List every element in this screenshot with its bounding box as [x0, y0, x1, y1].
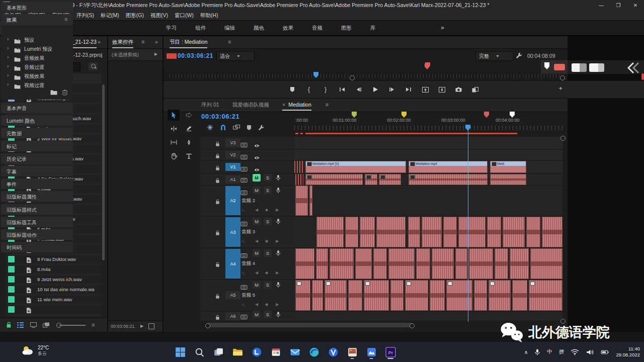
track-id-A1[interactable]: A1 [225, 175, 240, 184]
menu-item-3[interactable]: 序列(S) [76, 12, 94, 19]
hand-tool[interactable] [168, 150, 180, 161]
effects-tree-item-1[interactable]: ›Lumetri 预设 [1, 44, 73, 53]
hscroll-left-knob[interactable] [205, 323, 210, 328]
track-id-A3[interactable]: A3 [225, 217, 240, 247]
pen-tool[interactable] [183, 137, 195, 148]
voiceover-record-mic-icon[interactable] [276, 281, 281, 290]
workspace-tab-3[interactable]: 颜色 [254, 25, 264, 32]
clip[interactable] [495, 248, 508, 279]
effects-tree-item-0[interactable]: ›预设 [1, 35, 73, 44]
add-keyframe-icon[interactable]: ◆ [265, 302, 268, 307]
next-keyframe-icon[interactable]: ▶ [276, 239, 279, 243]
clip[interactable] [373, 248, 387, 279]
clip[interactable] [512, 280, 527, 311]
panel-button-4[interactable]: 历史记录 [1, 153, 73, 164]
overl ay-button-2[interactable] [589, 63, 604, 72]
taskbar-icon-start[interactable] [174, 345, 187, 359]
clip[interactable] [474, 280, 487, 311]
ripple-edit-tool[interactable] [168, 123, 180, 134]
export-frame-button[interactable] [454, 85, 462, 94]
playhead-line[interactable] [468, 131, 468, 322]
taskbar-icon-store[interactable] [269, 345, 282, 359]
voiceover-record-mic-icon[interactable] [276, 249, 281, 258]
clip[interactable] [416, 248, 430, 279]
track-id-A6[interactable]: A6 [225, 312, 240, 320]
clip[interactable] [365, 174, 377, 185]
add-marker-button[interactable] [288, 85, 296, 94]
mark-out-button[interactable]: } [321, 85, 330, 94]
solo-button[interactable]: S [264, 249, 272, 257]
icon-view-button[interactable] [30, 322, 37, 328]
source-patch-icon[interactable] [240, 188, 248, 197]
project-toolbar-menu-icon[interactable]: ≡ [92, 322, 95, 328]
source-patch-icon[interactable] [240, 251, 248, 260]
mute-button[interactable]: M [253, 187, 261, 194]
keyframe-toggle-icon[interactable]: ○. [242, 239, 246, 244]
clip[interactable] [295, 174, 303, 185]
expand-chevron-icon[interactable]: › [7, 72, 9, 78]
clip[interactable] [422, 217, 442, 247]
solo-button[interactable]: S [264, 174, 272, 182]
clip[interactable] [489, 280, 511, 311]
voiceover-record-mic-icon[interactable] [276, 174, 281, 183]
voiceover-record-mic-icon[interactable] [276, 311, 281, 320]
source-patch-icon[interactable] [240, 175, 248, 185]
overlay-button-1[interactable] [572, 63, 587, 72]
close-button[interactable]: ✕ [627, 0, 644, 11]
clip[interactable] [355, 248, 372, 279]
workspace-tab-0[interactable]: 学习 [166, 25, 177, 32]
speaker-icon[interactable] [586, 349, 594, 355]
clip[interactable] [458, 217, 486, 247]
mute-button[interactable]: M [253, 218, 261, 225]
list-item[interactable]: 9 Jetzt weiss ich.wav [6, 275, 101, 285]
overlay-record-button[interactable] [554, 64, 565, 70]
voiceover-record-mic-icon[interactable] [276, 218, 281, 227]
clip[interactable] [348, 280, 362, 311]
clip[interactable] [316, 217, 344, 247]
clip[interactable] [316, 248, 328, 279]
solo-button[interactable]: S [264, 218, 272, 225]
label-color-chip[interactable] [8, 276, 15, 283]
panel-button-3[interactable]: 标记 [1, 141, 73, 151]
battery-icon[interactable] [601, 349, 609, 355]
list-item[interactable]: 11 wie mein.wav [6, 295, 101, 305]
seekbar-knob[interactable] [350, 75, 355, 80]
program-menu-icon[interactable]: ≡ [228, 39, 231, 45]
lock-icon[interactable] [215, 140, 220, 149]
clip[interactable] [345, 217, 358, 247]
taskbar-icon-explorer[interactable] [231, 345, 244, 359]
find-button[interactable] [89, 62, 98, 70]
clip[interactable] [376, 217, 406, 247]
timeline-ruler[interactable]: :00:0000:01:00:0000:02:00:0000:03:00:000… [294, 112, 562, 135]
step-forward-button[interactable] [388, 85, 396, 94]
list-item[interactable]: 10 Ist das eine normale.wa [6, 285, 101, 295]
add-keyframe-icon[interactable]: ◆ [265, 208, 268, 212]
clip[interactable] [360, 217, 375, 247]
clip[interactable] [325, 280, 347, 311]
lock-icon[interactable] [215, 198, 220, 207]
mute-button[interactable]: M [253, 281, 261, 289]
clip[interactable] [295, 280, 310, 311]
source-patch-icon[interactable] [240, 140, 248, 149]
clip[interactable] [309, 186, 312, 216]
sequence-marker-2[interactable] [484, 112, 489, 118]
ime-language-button[interactable]: 中 [547, 348, 552, 355]
effect-controls-menu-icon[interactable]: ≡ [141, 39, 144, 45]
effects-tree-item-5[interactable]: ›视频过渡 [1, 80, 73, 89]
add-keyframe-icon[interactable]: ◆ [265, 270, 268, 275]
clip[interactable] [469, 248, 493, 279]
effects-menu-icon[interactable]: ≡ [64, 16, 67, 22]
lock-icon[interactable] [215, 260, 220, 269]
track-id-V2[interactable]: V2 [225, 151, 240, 159]
clip[interactable]: Medi [490, 161, 526, 173]
solo-button[interactable]: S [264, 311, 272, 318]
list-item[interactable]: 8.m4a [6, 264, 101, 275]
button-editor-plus[interactable]: + [558, 84, 562, 92]
menu-item-6[interactable]: 视图(V) [150, 12, 168, 19]
expand-chevron-icon[interactable]: › [7, 36, 9, 42]
effect-controls-overflow-chevron[interactable]: » [155, 39, 158, 45]
maximize-button[interactable]: ❐ [610, 0, 627, 11]
taskbar-icon-mail[interactable] [288, 345, 301, 359]
selection-tool[interactable] [168, 110, 180, 121]
label-color-chip[interactable] [8, 296, 15, 303]
